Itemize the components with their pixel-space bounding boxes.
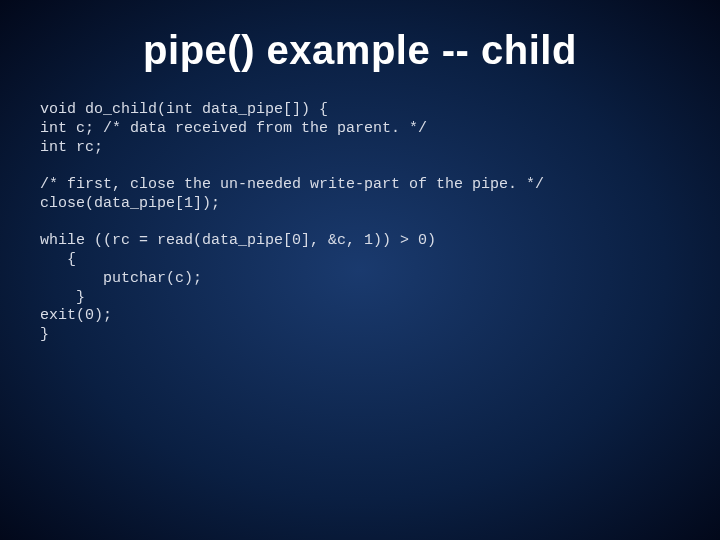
slide-title: pipe() example -- child [40, 28, 680, 73]
code-block: void do_child(int data_pipe[]) { int c; … [40, 101, 680, 345]
slide-container: pipe() example -- child void do_child(in… [0, 0, 720, 540]
